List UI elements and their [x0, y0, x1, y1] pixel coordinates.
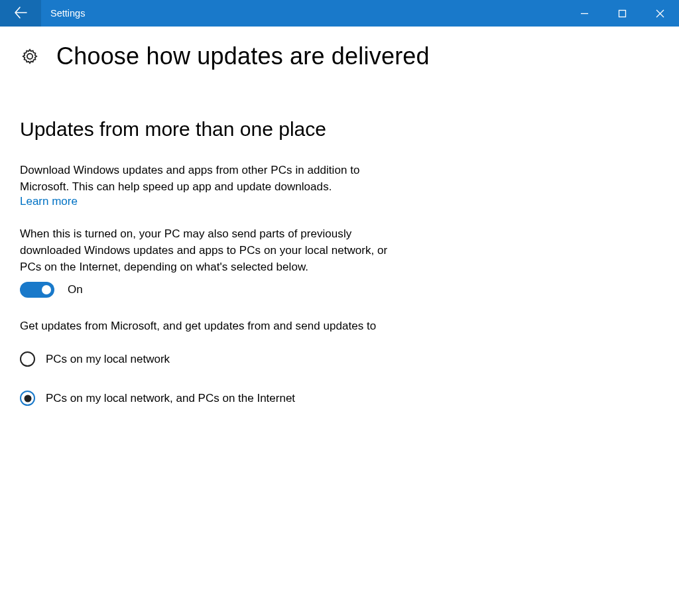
- window-controls: [566, 0, 679, 27]
- close-icon: [656, 9, 664, 18]
- radio-label: PCs on my local network: [46, 353, 170, 366]
- radio-label: PCs on my local network, and PCs on the …: [46, 392, 295, 405]
- window-title: Settings: [41, 0, 566, 27]
- maximize-button[interactable]: [603, 0, 641, 27]
- page-title: Choose how updates are delivered: [56, 42, 430, 70]
- toggle-knob-icon: [42, 285, 51, 294]
- gear-icon: [21, 48, 38, 65]
- window-titlebar: Settings: [0, 0, 679, 27]
- toggle-row: On: [20, 282, 659, 298]
- svg-rect-1: [619, 10, 626, 17]
- maximize-icon: [618, 9, 627, 18]
- minimize-icon: [580, 9, 589, 18]
- intro-text: Download Windows updates and apps from o…: [20, 162, 391, 195]
- back-button[interactable]: [0, 0, 41, 27]
- close-button[interactable]: [641, 0, 679, 27]
- section-title: Updates from more than one place: [20, 118, 659, 141]
- minimize-button[interactable]: [566, 0, 603, 27]
- explain-text: When this is turned on, your PC may also…: [20, 225, 391, 275]
- learn-more-link[interactable]: Learn more: [20, 195, 78, 208]
- page-header: Choose how updates are delivered: [20, 42, 659, 70]
- source-prompt: Get updates from Microsoft, and get upda…: [20, 318, 391, 334]
- page-content: Choose how updates are delivered Updates…: [0, 27, 679, 406]
- radio-icon: [20, 391, 35, 406]
- arrow-left-icon: [13, 5, 28, 22]
- updates-toggle[interactable]: [20, 282, 54, 298]
- toggle-state-label: On: [68, 283, 83, 296]
- radio-option-local-internet[interactable]: PCs on my local network, and PCs on the …: [20, 391, 659, 406]
- radio-option-local[interactable]: PCs on my local network: [20, 351, 659, 367]
- radio-icon: [20, 351, 35, 367]
